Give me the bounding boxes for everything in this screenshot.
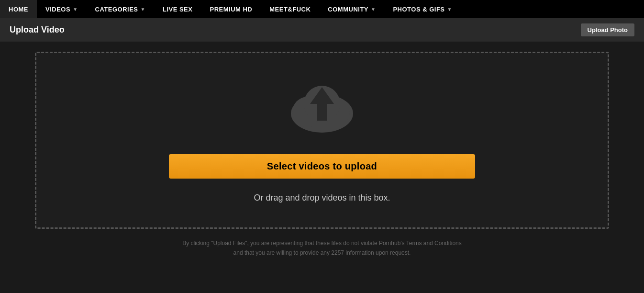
- nav-item-premium-hd[interactable]: PREMIUM HD: [201, 0, 261, 18]
- page-title: Upload Video: [10, 25, 65, 35]
- drag-drop-label: Or drag and drop videos in this box.: [254, 193, 390, 203]
- main-content: Select videos to upload Or drag and drop…: [0, 42, 644, 268]
- nav-item-live-sex[interactable]: LIVE SEX: [154, 0, 201, 18]
- page-header: Upload Video Upload Photo: [0, 18, 644, 42]
- disclaimer-line1: By clicking "Upload Files", you are repr…: [182, 238, 462, 248]
- nav-item-categories[interactable]: CATEGORIES ▼: [87, 0, 154, 18]
- select-videos-button[interactable]: Select videos to upload: [169, 154, 475, 179]
- nav-item-community[interactable]: COMMUNITY ▼: [319, 0, 384, 18]
- drop-zone[interactable]: Select videos to upload Or drag and drop…: [35, 52, 609, 229]
- disclaimer: By clicking "Upload Files", you are repr…: [182, 238, 462, 258]
- upload-cloud-svg: [284, 78, 360, 140]
- upload-photo-button[interactable]: Upload Photo: [581, 23, 635, 36]
- nav-item-videos[interactable]: VIDEOS ▼: [37, 0, 87, 18]
- chevron-down-icon: ▼: [447, 7, 452, 12]
- nav-item-photos-gifs[interactable]: PHOTOS & GIFS ▼: [384, 0, 461, 18]
- nav-item-meet-fuck[interactable]: MEET&FUCK: [261, 0, 319, 18]
- chevron-down-icon: ▼: [141, 7, 145, 12]
- disclaimer-line2: and that you are willing to provide any …: [182, 248, 462, 258]
- main-nav: HOME VIDEOS ▼ CATEGORIES ▼ LIVE SEX PREM…: [0, 0, 644, 18]
- nav-item-home[interactable]: HOME: [0, 0, 37, 18]
- chevron-down-icon: ▼: [371, 7, 376, 12]
- cloud-upload-icon: [284, 78, 360, 140]
- chevron-down-icon: ▼: [73, 7, 78, 12]
